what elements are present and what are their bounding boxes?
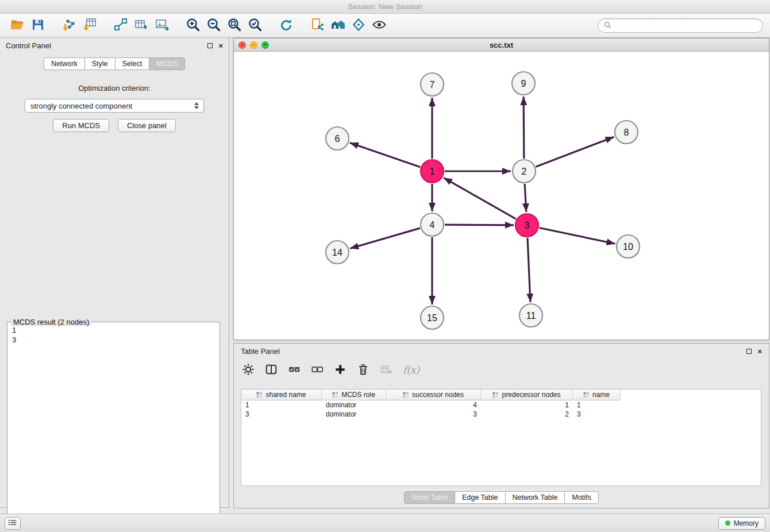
- network-overview-button[interactable]: [328, 16, 348, 36]
- criterion-dropdown[interactable]: strongly connected component: [25, 99, 204, 113]
- float-panel-icon[interactable]: [207, 42, 213, 49]
- graph-node-7[interactable]: 7: [421, 73, 444, 96]
- float-table-panel-icon[interactable]: [746, 348, 752, 355]
- export-image-button[interactable]: [152, 16, 172, 36]
- column-sort-icon[interactable]: [403, 392, 409, 398]
- tab-mcds[interactable]: MCDS: [149, 57, 185, 70]
- minimize-window-button[interactable]: −: [250, 41, 257, 49]
- zoom-fit-button[interactable]: [224, 16, 245, 36]
- graph-node-10[interactable]: 10: [617, 235, 640, 258]
- column-header-predecessor-nodes[interactable]: predecessor nodes: [481, 390, 573, 400]
- copy-network-button[interactable]: [307, 16, 328, 36]
- zoom-selected-button[interactable]: [245, 16, 265, 36]
- delete-column-button[interactable]: [357, 363, 369, 377]
- svg-text:11: 11: [526, 311, 536, 321]
- select-all-button[interactable]: [288, 363, 301, 377]
- table-row[interactable]: 3dominator323: [241, 410, 761, 419]
- table-cell[interactable]: 3: [241, 410, 322, 419]
- graph-node-3[interactable]: 3: [515, 214, 538, 237]
- table-tab-node-table[interactable]: Node Table: [404, 491, 455, 504]
- column-sort-icon[interactable]: [492, 392, 499, 398]
- graph-edge-4-14[interactable]: [350, 228, 420, 248]
- table-cell[interactable]: 3: [573, 410, 621, 419]
- svg-text:6: 6: [335, 134, 340, 144]
- column-sort-icon[interactable]: [256, 392, 263, 398]
- deselect-all-button[interactable]: [311, 363, 324, 377]
- table-cell[interactable]: 3: [386, 410, 481, 419]
- column-sort-icon[interactable]: [583, 392, 590, 398]
- zoom-out-button[interactable]: [203, 16, 224, 36]
- table-row[interactable]: 1dominator411: [241, 400, 761, 410]
- network-graph[interactable]: 7968124314101511: [234, 52, 769, 340]
- function-builder-button[interactable]: f(x): [403, 364, 419, 376]
- import-table-icon: [82, 17, 97, 34]
- clipboard-network-icon: [310, 17, 325, 34]
- search-input[interactable]: [615, 22, 757, 30]
- network-canvas[interactable]: 7968124314101511: [234, 52, 769, 340]
- graph-node-15[interactable]: 15: [421, 306, 444, 329]
- graph-edge-3-11[interactable]: [528, 238, 530, 302]
- close-table-panel-icon[interactable]: ×: [757, 348, 762, 355]
- graph-edge-2-3[interactable]: [525, 184, 526, 212]
- graph-edge-4-3[interactable]: [445, 225, 514, 225]
- column-header-shared-name[interactable]: shared name: [241, 390, 322, 400]
- close-panel-icon[interactable]: ×: [218, 42, 223, 49]
- graph-node-14[interactable]: 14: [326, 241, 349, 264]
- import-network-button[interactable]: [59, 16, 79, 36]
- table-cell[interactable]: dominator: [322, 410, 386, 419]
- run-mcds-button[interactable]: Run MCDS: [53, 119, 109, 132]
- zoom-in-button[interactable]: [183, 16, 203, 36]
- tab-network[interactable]: Network: [44, 57, 85, 70]
- apply-layout-button[interactable]: [276, 16, 297, 36]
- graph-node-6[interactable]: 6: [326, 127, 349, 150]
- graph-node-4[interactable]: 4: [421, 213, 444, 236]
- delete-table-button[interactable]: [380, 363, 392, 377]
- graph-node-2[interactable]: 2: [513, 160, 536, 183]
- table-tab-network-table[interactable]: Network Table: [505, 491, 565, 504]
- graph-edge-3-1[interactable]: [444, 178, 516, 219]
- table-tab-edge-table[interactable]: Edge Table: [455, 491, 505, 504]
- open-folder-icon: [10, 17, 25, 34]
- memory-button[interactable]: Memory: [718, 517, 765, 530]
- task-history-button[interactable]: [5, 517, 21, 530]
- graph-edge-3-10[interactable]: [540, 228, 615, 244]
- tab-style[interactable]: Style: [84, 57, 116, 70]
- column-sort-icon[interactable]: [332, 392, 338, 398]
- export-network-button[interactable]: [110, 16, 131, 36]
- table-cell[interactable]: dominator: [322, 400, 386, 410]
- table-cell[interactable]: 1: [241, 400, 322, 410]
- export-table-button[interactable]: [131, 16, 152, 36]
- columns-icon: [265, 363, 278, 377]
- svg-text:9: 9: [521, 79, 526, 88]
- table-settings-button[interactable]: [242, 363, 255, 377]
- table-tab-motifs[interactable]: Motifs: [564, 491, 598, 504]
- column-header-name[interactable]: name: [573, 390, 621, 400]
- column-header-successor-nodes[interactable]: successor nodes: [386, 390, 481, 400]
- close-window-button[interactable]: ×: [238, 41, 246, 49]
- graph-edge-2-8[interactable]: [536, 137, 614, 167]
- show-columns-button[interactable]: [265, 363, 278, 377]
- close-panel-button[interactable]: Close panel: [118, 119, 176, 132]
- graph-node-8[interactable]: 8: [615, 121, 638, 144]
- create-column-button[interactable]: [334, 363, 346, 377]
- table-cell[interactable]: 2: [481, 410, 573, 419]
- maximize-window-button[interactable]: +: [261, 41, 269, 49]
- graph-node-9[interactable]: 9: [512, 72, 535, 95]
- show-hide-button[interactable]: [369, 16, 390, 36]
- column-header-mcds-role[interactable]: MCDS role: [322, 390, 386, 400]
- graph-node-11[interactable]: 11: [519, 304, 542, 327]
- search-box[interactable]: [598, 18, 763, 33]
- svg-text:10: 10: [623, 242, 633, 252]
- import-table-button[interactable]: [79, 16, 100, 36]
- status-bar: Memory: [0, 514, 770, 532]
- table-cell[interactable]: 1: [481, 400, 573, 410]
- apply-style-button[interactable]: [348, 16, 369, 36]
- tab-select[interactable]: Select: [115, 57, 150, 70]
- save-session-button[interactable]: [28, 16, 48, 36]
- open-session-button[interactable]: [7, 16, 28, 36]
- graph-edge-1-6[interactable]: [350, 143, 420, 167]
- table-cell[interactable]: 1: [573, 400, 621, 410]
- table-cell[interactable]: 4: [386, 400, 481, 410]
- graph-edge-2-9[interactable]: [523, 97, 524, 159]
- graph-node-1[interactable]: 1: [421, 160, 444, 183]
